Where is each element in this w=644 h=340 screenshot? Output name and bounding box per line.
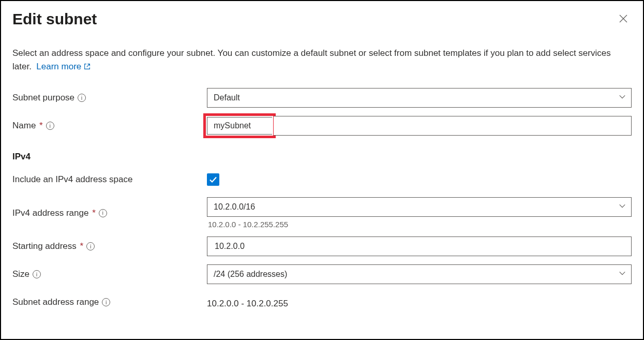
ipv4-range-select[interactable]: 10.2.0.0/16 [207,197,632,217]
info-icon[interactable]: i [86,242,95,250]
checkmark-icon [209,175,217,184]
subnet-address-range-label: Subnet address range [12,297,99,307]
include-ipv4-label: Include an IPv4 address space [12,174,132,185]
close-icon [619,14,627,23]
starting-address-input[interactable] [214,241,625,252]
info-icon[interactable]: i [46,122,54,130]
edit-subnet-panel: Edit subnet Select an address space and … [0,0,644,340]
description-text: Select an address space and configure yo… [12,48,611,71]
info-icon[interactable]: i [99,209,107,217]
ipv4-range-label: IPv4 address range [12,208,88,218]
ipv4-section-heading: IPv4 [12,152,632,162]
required-indicator: * [92,208,96,218]
size-select[interactable]: /24 (256 addresses) [207,264,632,284]
size-value: /24 (256 addresses) [214,270,287,279]
close-button[interactable] [616,11,631,27]
name-highlight [203,113,276,138]
name-input-extension[interactable] [274,116,632,136]
subnet-purpose-select[interactable]: Default [207,88,632,108]
chevron-down-icon [619,270,626,279]
info-icon[interactable]: i [33,270,41,278]
size-label: Size [12,269,29,279]
starting-address-label: Starting address [12,241,77,251]
name-input[interactable] [213,121,267,131]
chevron-down-icon [619,202,626,212]
info-icon[interactable]: i [102,298,110,306]
ipv4-range-value: 10.2.0.0/16 [214,202,255,212]
subnet-purpose-value: Default [214,93,240,102]
learn-more-link[interactable]: Learn more [36,62,91,71]
panel-description: Select an address space and configure yo… [12,47,632,73]
subnet-purpose-label: Subnet purpose [12,93,74,103]
ipv4-range-hint: 10.2.0.0 - 10.2.255.255 [207,220,632,229]
required-indicator: * [80,241,84,251]
chevron-down-icon [619,93,626,102]
required-indicator: * [39,121,43,130]
subnet-address-range-value: 10.2.0.0 - 10.2.0.255 [207,295,632,309]
external-link-icon [84,63,91,70]
name-label: Name [12,121,36,130]
panel-title: Edit subnet [12,10,97,28]
info-icon[interactable]: i [78,94,86,102]
include-ipv4-checkbox[interactable] [207,173,219,186]
